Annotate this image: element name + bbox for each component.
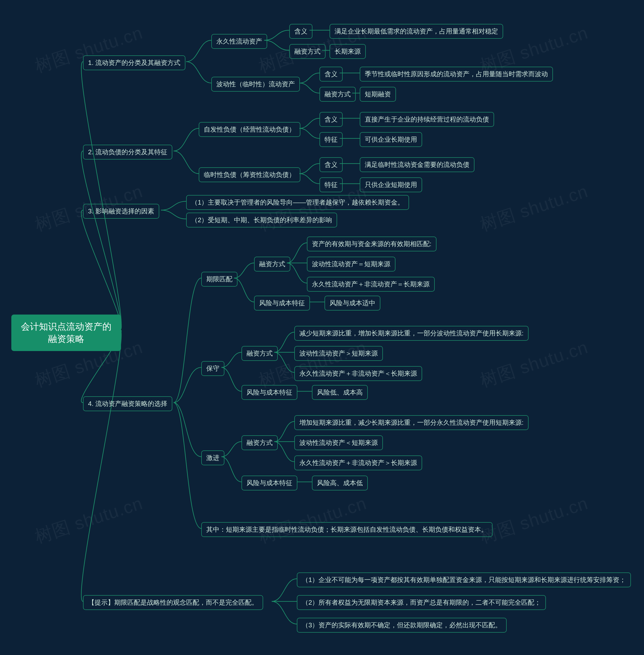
b4a-risk-leaf: 风险与成本适中 [324,296,381,311]
b1a-method[interactable]: 融资方式 [289,44,325,59]
branch-5[interactable]: 【提示】期限匹配是战略性的观念匹配，而不是完全匹配。 [83,595,263,610]
b4b[interactable]: 保守 [201,361,224,376]
b4b-method-i2: 永久性流动资产＋非流动资产＜长期来源 [294,366,422,381]
b4a-method-i0: 资产的有效期与资金来源的有效期相匹配: [307,236,436,251]
b4a-method-i1: 波动性流动资产＝短期来源 [307,257,395,272]
b4a-method[interactable]: 融资方式 [254,257,290,272]
b2b-feature-leaf: 只供企业短期使用 [360,177,422,192]
b5a: （1）企业不可能为每一项资产都按其有效期单独配置资金来源，只能按短期来源和长期来… [297,572,631,587]
watermark: 树图 shutu.cn [477,492,591,548]
b2a-meaning-leaf: 直接产生于企业的持续经营过程的流动负债 [360,112,494,127]
mindmap-canvas: { "watermark": "树图 shutu.cn", "root": { … [0,0,644,655]
b1a-meaning-leaf: 满足企业长期最低需求的流动资产，占用量通常相对稳定 [329,24,503,39]
b1b-method[interactable]: 融资方式 [320,87,356,101]
branch-4[interactable]: 4. 流动资产融资策略的选择 [83,396,172,411]
b4c-method-i2: 永久性流动资产＋非流动资产＞长期来源 [294,455,422,470]
watermark: 树图 shutu.cn [477,179,591,236]
b4c[interactable]: 激进 [201,450,224,465]
b3a: （1）主要取决于管理者的风险导向——管理者越保守，越依赖长期资金。 [186,195,409,210]
b4b-risk-leaf: 风险低、成本高 [312,385,368,400]
b4c-risk-leaf: 风险高、成本低 [312,476,368,491]
b4a[interactable]: 期限匹配 [201,272,237,287]
b2a-feature[interactable]: 特征 [320,132,343,147]
b5b: （2）所有者权益为无限期资本来源，而资产总是有期限的，二者不可能完全匹配； [297,595,546,610]
branch-1[interactable]: 1. 流动资产的分类及其融资方式 [83,55,185,70]
b2a-feature-leaf: 可供企业长期使用 [360,132,422,147]
b2a-meaning[interactable]: 含义 [320,112,343,127]
b4b-method-i0: 减少短期来源比重，增加长期来源比重，一部分波动性流动资产使用长期来源: [294,326,529,341]
b5c: （3）资产的实际有效期不确定，但还款期限确定，必然出现不匹配。 [297,618,507,633]
b2a[interactable]: 自发性负债（经营性流动负债） [199,122,300,137]
b1b-method-leaf: 短期融资 [360,87,396,101]
b2b-meaning-leaf: 满足临时性流动资金需要的流动负债 [360,157,475,172]
b4b-risk[interactable]: 风险与成本特征 [242,385,297,400]
watermark: 树图 shutu.cn [32,492,146,548]
branch-2[interactable]: 2. 流动负债的分类及其特征 [83,145,172,160]
b1b-meaning[interactable]: 含义 [320,67,343,82]
b1a-meaning[interactable]: 含义 [289,24,313,39]
b3b: （2）受短期、中期、长期负债的利率差异的影响 [186,212,337,227]
b1a[interactable]: 永久性流动资产 [211,34,267,49]
b4b-method-i1: 波动性流动资产＞短期来源 [294,346,383,361]
b1a-method-leaf: 长期来源 [329,44,366,59]
b4d: 其中：短期来源主要是指临时性流动负债；长期来源包括自发性流动负债、长期负债和权益… [201,522,492,537]
b4c-risk[interactable]: 风险与成本特征 [242,476,297,491]
root-node[interactable]: 会计知识点流动资产的融资策略 [11,315,121,351]
watermark: 树图 shutu.cn [256,492,370,548]
b1b[interactable]: 波动性（临时性）流动资产 [211,77,300,92]
b4a-risk[interactable]: 风险与成本特征 [254,296,310,311]
b4a-method-i2: 永久性流动资产＋非流动资产＝长期来源 [307,277,435,292]
b2b-meaning[interactable]: 含义 [320,157,343,172]
b4c-method-i0: 增加短期来源比重，减少长期来源比重，一部分永久性流动资产使用短期来源: [294,415,529,430]
b2b[interactable]: 临时性负债（筹资性流动负债） [199,167,300,182]
b1b-meaning-leaf: 季节性或临时性原因形成的流动资产，占用量随当时需求而波动 [360,67,553,82]
branch-3[interactable]: 3. 影响融资选择的因素 [83,204,159,219]
watermark: 树图 shutu.cn [477,335,591,392]
b4c-method[interactable]: 融资方式 [242,435,278,450]
watermark: 树图 shutu.cn [256,335,370,392]
b4c-method-i1: 波动性流动资产＜短期来源 [294,435,383,450]
b4b-method[interactable]: 融资方式 [242,346,278,361]
b2b-feature[interactable]: 特征 [320,177,343,192]
